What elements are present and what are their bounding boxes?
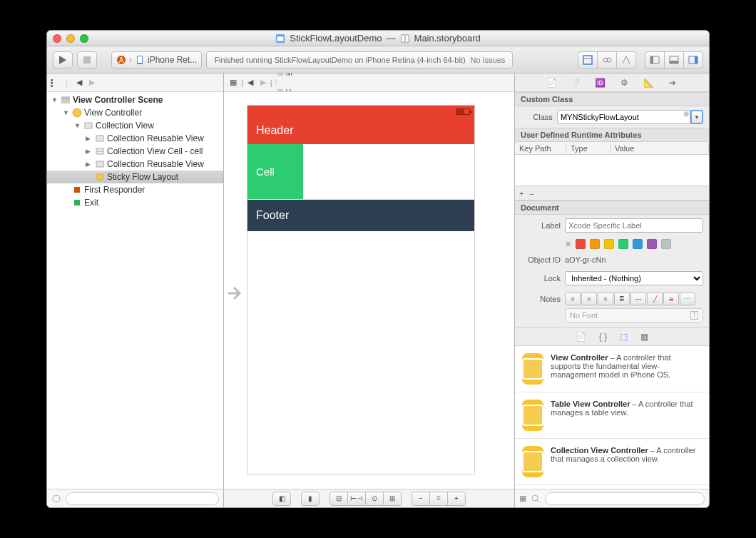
color-swatch[interactable] (604, 239, 614, 249)
color-swatch[interactable] (618, 239, 628, 249)
close-button[interactable] (53, 34, 61, 43)
outline-row[interactable]: ▼View Controller (47, 106, 223, 119)
collection-cell[interactable]: Cell (247, 144, 303, 199)
class-combobox[interactable]: ⊗ ▼ (557, 110, 703, 124)
object-library[interactable]: View Controller – A controller that supp… (515, 345, 709, 489)
connections-inspector-tab[interactable]: ➔ (665, 76, 680, 89)
zoom-actual-button[interactable]: = (429, 492, 448, 506)
color-swatch[interactable] (647, 239, 657, 249)
library-filter-input[interactable] (545, 492, 705, 505)
zoom-in-button[interactable]: + (447, 492, 466, 506)
assistant-editor-button[interactable] (597, 51, 617, 68)
related-items-button[interactable]: ▦ (227, 78, 240, 87)
quick-help-tab[interactable]: ❔ (568, 76, 583, 89)
outline-scene-header[interactable]: ▼ View Controller Scene (47, 93, 223, 106)
size-inspector-tab[interactable]: 📐 (641, 76, 655, 89)
document-outline-toggle[interactable]: ◧ (272, 492, 291, 506)
class-label: Class (521, 113, 553, 121)
standard-editor-button[interactable] (578, 51, 598, 68)
document-outline[interactable]: ▼ View Controller Scene ▼View Controller… (47, 92, 223, 489)
notes-font-field[interactable]: No Font 🅃 (565, 308, 703, 323)
view-controller-canvas[interactable]: Header Cell Footer (247, 105, 475, 474)
library-item[interactable]: Table View Controller – A controller tha… (515, 392, 709, 439)
label-input[interactable] (565, 218, 703, 233)
lock-select[interactable]: Inherited - (Nothing) (565, 271, 703, 285)
tree-item-icon (72, 198, 82, 208)
toggle-navigator-button[interactable] (645, 51, 665, 68)
outline-row[interactable]: ▶Collection Reusable View (47, 132, 223, 145)
align-center-button[interactable]: ≡ (581, 293, 597, 305)
battery-icon (456, 108, 470, 115)
svg-rect-24 (61, 96, 70, 103)
version-editor-button[interactable] (616, 51, 636, 68)
identity-inspector-tab[interactable]: 🆔 (593, 76, 607, 89)
collection-footer-view[interactable]: Footer (247, 200, 474, 231)
history-fwd-button[interactable]: ▶ (86, 78, 98, 87)
form-factor-button[interactable]: ▮ (301, 492, 320, 506)
color-swatch[interactable] (633, 239, 643, 249)
jump-bar[interactable]: ▦ | ◀ ▶ | StickFlowLayoutDemo〉 S〉 M〉 M〉 … (224, 73, 514, 92)
svg-rect-34 (74, 200, 80, 205)
search-icon (531, 494, 541, 504)
notes-bold-button[interactable]: ╱ (647, 293, 663, 305)
media-library-tab[interactable]: ▦ (640, 332, 648, 342)
nav-outline-icon[interactable] (50, 78, 60, 88)
notes-sep-button[interactable]: --- (630, 293, 646, 305)
class-input[interactable] (557, 110, 690, 124)
scheme-selector[interactable]: A › iPhone Ret... (111, 51, 202, 68)
object-library-tab[interactable]: ⬚ (620, 332, 628, 342)
library-selector-bar: 📄 { } ⬚ ▦ (515, 327, 709, 345)
attributes-inspector-tab[interactable]: ⚙ (617, 76, 631, 89)
align-left-button[interactable]: ≡ (565, 293, 581, 305)
chevron-down-icon[interactable]: ▼ (690, 110, 703, 124)
pin-button[interactable]: ⊢⊣ (347, 492, 366, 506)
ib-canvas[interactable]: Header Cell Footer (224, 92, 514, 489)
outline-row[interactable]: Sticky Flow Layout (47, 171, 223, 183)
breadcrumb-item[interactable]: M (274, 73, 366, 77)
toggle-debug-button[interactable] (664, 51, 684, 68)
color-swatch[interactable] (590, 239, 600, 249)
navigator-filter-bar (47, 489, 223, 507)
outline-row[interactable]: ▶Collection Reusable View (47, 158, 223, 171)
svg-rect-39 (277, 73, 283, 76)
align-button[interactable]: ⊟ (330, 492, 348, 506)
file-inspector-tab[interactable]: 📄 (544, 76, 558, 89)
stop-button[interactable] (77, 51, 97, 68)
activity-viewer[interactable]: Finished running StickFlowLayoutDemo on … (206, 51, 513, 68)
collection-header-view[interactable]: Header (247, 117, 474, 144)
file-templates-tab[interactable]: 📄 (576, 332, 586, 342)
outline-row[interactable]: ▼Collection View (47, 119, 223, 132)
library-item[interactable]: View Controller – A controller that supp… (515, 346, 709, 392)
color-swatch[interactable] (576, 239, 586, 249)
history-back-button[interactable]: ◀ (73, 78, 85, 87)
add-attr-button[interactable]: + (519, 189, 523, 198)
resolve-issues-button[interactable]: ⊙ (365, 492, 384, 506)
runtime-attrs-table[interactable]: Key Path Type Value + – (515, 142, 709, 201)
clear-icon[interactable]: ⊗ (683, 110, 689, 118)
zoom-button[interactable] (80, 34, 88, 43)
filter-input[interactable] (66, 492, 219, 505)
run-button[interactable] (53, 51, 73, 68)
code-snippets-tab[interactable]: { } (599, 332, 607, 342)
view-mode-button[interactable]: ▦ (519, 494, 526, 503)
history-fwd-button[interactable]: ▶ (257, 78, 269, 87)
outline-row[interactable]: Exit (47, 196, 223, 209)
history-back-button[interactable]: ◀ (245, 78, 256, 87)
zoom-out-button[interactable]: − (412, 492, 430, 506)
resizing-button[interactable]: ⊞ (383, 492, 402, 506)
outline-row[interactable]: ▶Collection View Cell - cell (47, 145, 223, 158)
align-justify-button[interactable]: ≣ (614, 293, 630, 305)
remove-attr-button[interactable]: – (529, 189, 533, 198)
notes-more-button[interactable]: ⋯ (680, 293, 695, 305)
outline-row[interactable]: First Responder (47, 183, 223, 196)
library-item[interactable]: Collection View Controller – A controlle… (515, 439, 709, 485)
filter-icon[interactable] (51, 494, 61, 504)
clear-color-button[interactable]: ✕ (565, 240, 571, 249)
svg-rect-1 (277, 36, 284, 41)
toggle-utilities-button[interactable] (683, 51, 703, 68)
minimize-button[interactable] (66, 34, 75, 43)
font-picker-icon[interactable]: 🅃 (690, 311, 698, 320)
color-swatch[interactable] (661, 239, 671, 249)
align-right-button[interactable]: ≡ (598, 293, 613, 305)
notes-strike-button[interactable]: a (663, 293, 679, 305)
